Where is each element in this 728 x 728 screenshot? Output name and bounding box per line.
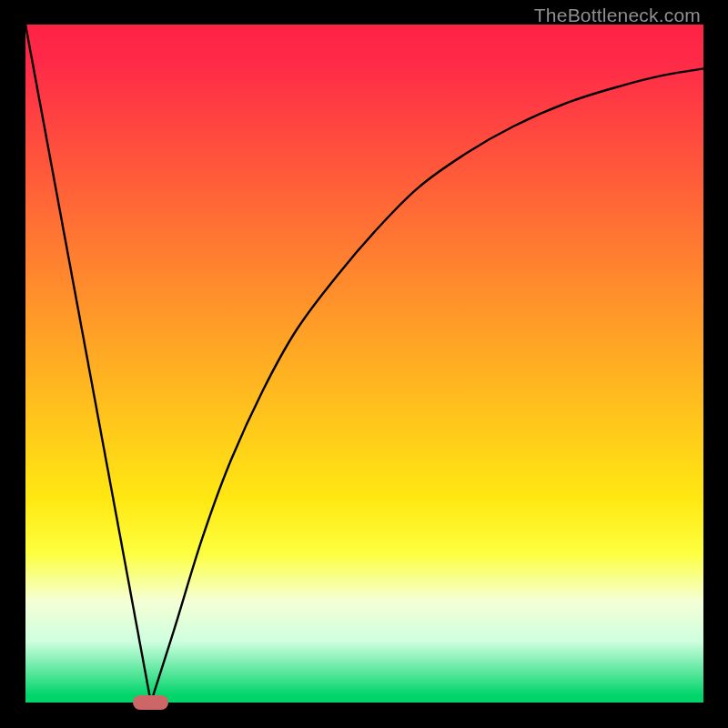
plot-area — [25, 25, 703, 703]
series-left-line — [25, 25, 151, 703]
chart-frame: TheBottleneck.com — [0, 0, 728, 728]
series-right-curve — [151, 68, 703, 703]
curve-layer — [25, 25, 703, 703]
watermark-text: TheBottleneck.com — [534, 5, 701, 26]
bottleneck-marker — [133, 695, 168, 710]
